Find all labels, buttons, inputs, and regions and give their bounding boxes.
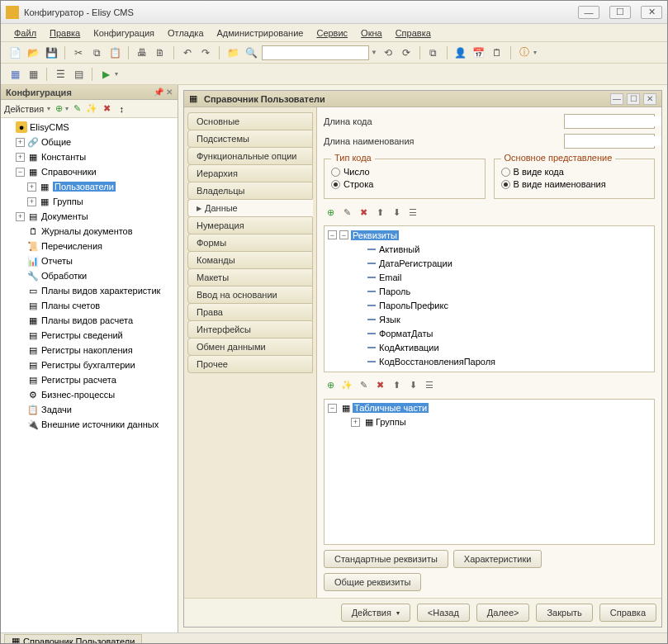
- actions-arrow-icon[interactable]: ▾: [47, 105, 50, 112]
- tab-sort-icon[interactable]: ☰: [423, 379, 436, 392]
- tab-Нумерация[interactable]: Нумерация: [187, 216, 313, 234]
- add-arrow-icon[interactable]: ▾: [65, 105, 69, 112]
- edit-icon[interactable]: ✎: [70, 102, 83, 116]
- inner-close-button[interactable]: ✕: [643, 93, 656, 105]
- tab-Прочее[interactable]: Прочее: [187, 355, 313, 373]
- info-arrow-icon[interactable]: ▾: [533, 49, 537, 56]
- tree-item[interactable]: ▤Регистры бухгалтерии: [2, 358, 176, 372]
- tab-edit-icon[interactable]: ✎: [357, 379, 370, 392]
- paste-icon[interactable]: 📋: [107, 45, 122, 60]
- requisite-item[interactable]: ДатаРегистрации: [326, 256, 652, 270]
- tab-Формы[interactable]: Формы: [187, 234, 313, 252]
- requisite-item[interactable]: Язык: [326, 312, 652, 326]
- std-requisites-button[interactable]: Стандартные реквизиты: [324, 550, 448, 568]
- save-icon[interactable]: 💾: [44, 45, 59, 60]
- tabular-item[interactable]: + ▦ Группы: [326, 415, 652, 429]
- preview-icon[interactable]: 🗎: [153, 45, 168, 60]
- pin-icon[interactable]: 📌 ✕: [154, 88, 173, 97]
- req-add-icon[interactable]: ⊕: [324, 206, 337, 219]
- nav-back-icon[interactable]: ⟲: [381, 45, 396, 60]
- req-down-icon[interactable]: ⬇: [390, 206, 403, 219]
- close-button[interactable]: ✕: [641, 6, 662, 19]
- requisite-item[interactable]: КодАктивации: [326, 340, 652, 354]
- filter-icon[interactable]: ↕: [115, 102, 128, 116]
- requisite-item[interactable]: Email: [326, 270, 652, 284]
- collapse-icon[interactable]: −: [328, 230, 337, 239]
- tree-item[interactable]: +▦Пользователи: [2, 179, 176, 194]
- tree-item[interactable]: +▤Документы: [2, 209, 176, 224]
- actions-button[interactable]: Действия ▾: [341, 604, 410, 622]
- list-icon[interactable]: ☰: [53, 67, 68, 82]
- menu-file[interactable]: Файл: [9, 26, 41, 40]
- tab-Команды[interactable]: Команды: [187, 251, 313, 269]
- requisite-item[interactable]: Активный: [326, 242, 652, 256]
- common-requisites-button[interactable]: Общие реквизиты: [324, 573, 421, 591]
- tabular-tree[interactable]: − ▦ Табличные части + ▦ Группы: [324, 399, 655, 546]
- minimize-button[interactable]: —: [578, 6, 599, 19]
- calendar-icon[interactable]: 📅: [471, 45, 486, 60]
- copy-icon[interactable]: ⧉: [89, 45, 104, 60]
- undo-icon[interactable]: ↶: [180, 45, 195, 60]
- menu-windows[interactable]: Окна: [356, 26, 387, 40]
- tab-Функциональные опции[interactable]: Функциональные опции: [187, 147, 313, 165]
- next-button[interactable]: Далее>: [476, 604, 530, 622]
- requisite-item[interactable]: Пароль: [326, 284, 652, 298]
- tab-delete-icon[interactable]: ✖: [373, 379, 386, 392]
- menu-admin[interactable]: Администрирование: [212, 26, 309, 40]
- db-update-icon[interactable]: ▦: [26, 67, 40, 82]
- tree-item[interactable]: 🔌Внешние источники данных: [2, 417, 176, 432]
- radio-as-name[interactable]: В виде наименования: [501, 179, 648, 189]
- menu-help[interactable]: Справка: [391, 26, 436, 40]
- code-length-input[interactable]: ▲▼: [564, 114, 655, 129]
- menu-debug[interactable]: Отладка: [163, 26, 208, 40]
- menu-config[interactable]: Конфигурация: [88, 26, 159, 40]
- tab-Основные[interactable]: Основные: [187, 112, 313, 130]
- db-cfg-icon[interactable]: ▦: [7, 67, 22, 82]
- wand-icon[interactable]: ✨: [85, 102, 98, 116]
- grid-icon[interactable]: ▤: [71, 67, 86, 82]
- tree-item[interactable]: 📊Отчеты: [2, 253, 176, 268]
- config-tree[interactable]: ● ElisyCMS +🔗Общие+▦Константы−▦Справочни…: [1, 118, 178, 632]
- calc-icon[interactable]: 🗒: [490, 45, 505, 60]
- req-up-icon[interactable]: ⬆: [373, 206, 386, 219]
- tree-item[interactable]: −▦Справочники: [2, 164, 176, 179]
- print-icon[interactable]: 🖶: [135, 45, 149, 60]
- requisite-item[interactable]: ДатаАктивности: [326, 368, 652, 372]
- tab-Макеты[interactable]: Макеты: [187, 268, 313, 286]
- collapse-icon[interactable]: −: [339, 230, 348, 239]
- tree-item[interactable]: ▤Планы счетов: [2, 298, 176, 313]
- back-button[interactable]: <Назад: [417, 604, 470, 622]
- tab-Данные[interactable]: Данные: [187, 199, 313, 217]
- tree-item[interactable]: ▤Регистры накопления: [2, 343, 176, 358]
- tab-add-icon[interactable]: ⊕: [324, 379, 337, 392]
- tree-item[interactable]: +▦Константы: [2, 149, 176, 164]
- tab-Подсистемы[interactable]: Подсистемы: [187, 130, 313, 148]
- tab-Иерархия[interactable]: Иерархия: [187, 164, 313, 182]
- tree-item[interactable]: 🗒Журналы документов: [2, 224, 176, 239]
- expand-icon[interactable]: +: [351, 418, 360, 427]
- folder-icon[interactable]: 📁: [225, 45, 240, 60]
- new-icon[interactable]: 📄: [7, 45, 22, 60]
- tree-item[interactable]: 📜Перечисления: [2, 239, 176, 253]
- help-button[interactable]: Справка: [599, 604, 656, 622]
- tree-root[interactable]: ● ElisyCMS: [2, 120, 176, 135]
- copy-struct-icon[interactable]: ⧉: [426, 45, 441, 60]
- tree-item[interactable]: ▭Планы видов характеристик: [2, 283, 176, 298]
- tab-Интерфейсы[interactable]: Интерфейсы: [187, 320, 313, 339]
- tab-Владельцы[interactable]: Владельцы: [187, 182, 313, 200]
- tab-up-icon[interactable]: ⬆: [390, 379, 403, 392]
- tab-Обмен данными[interactable]: Обмен данными: [187, 338, 313, 356]
- doc-tab[interactable]: ▦ Справочник Пользователи: [4, 634, 142, 645]
- run-icon[interactable]: ▶: [98, 67, 113, 82]
- requisite-item[interactable]: ПарольПрефикс: [326, 298, 652, 312]
- tab-Права[interactable]: Права: [187, 303, 313, 321]
- name-length-input[interactable]: ▲▼: [564, 134, 655, 149]
- tree-item[interactable]: 📋Задачи: [2, 402, 176, 417]
- info-icon[interactable]: ⓘ: [517, 45, 532, 60]
- requisite-item[interactable]: ФорматДаты: [326, 326, 652, 340]
- nav-fwd-icon[interactable]: ⟳: [399, 45, 414, 60]
- search-combo[interactable]: [262, 45, 369, 60]
- tree-item[interactable]: 🔧Обработки: [2, 268, 176, 283]
- req-sort-icon[interactable]: ☰: [406, 206, 419, 219]
- menu-edit[interactable]: Правка: [45, 26, 85, 40]
